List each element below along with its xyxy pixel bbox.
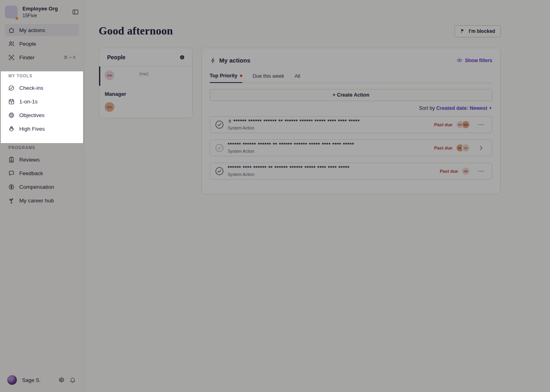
org-header: ★ Employee Org 15Five [5,6,79,18]
programs-section: PROGRAMS Reviews Feedback Compensation [5,145,79,208]
chevron-right-icon[interactable] [478,145,484,151]
avatar[interactable]: MS [105,102,114,112]
tab-top-priority[interactable]: Top Priority [210,73,242,83]
action-subtitle: System Action [228,149,354,154]
sidebar-item-label: People [19,41,36,47]
people-card-title: People [107,54,126,61]
chevron-down-icon: ▼ [489,106,492,110]
manager-label: Manager [105,91,187,97]
status-badge: Past due [440,169,458,174]
action-row[interactable]: ****** ****** ****** ** ****** ****** **… [210,116,493,133]
create-action-button[interactable]: + Create Action [210,89,493,101]
notifications-bell-icon[interactable] [69,377,76,383]
page-header: Good afternoon I'm blocked [99,0,501,37]
sidebar-item-objectives[interactable]: Objectives [5,109,79,121]
people-row-me[interactable]: KR (me) [99,67,192,86]
org-name: Employee Org [22,6,72,12]
high-fives-hand-icon [8,125,15,132]
sidebar-item-label: Compensation [19,184,54,190]
section-label-my-tools: MY TOOLS [8,74,79,79]
action-title: ****** **** ****** ** ****** ****** ****… [228,166,350,170]
status-badge: Past due [434,145,453,150]
sidebar-item-high-fives[interactable]: High Fives [5,123,79,135]
priority-dot [240,75,242,77]
primary-nav: My actions People Finder ⌘ + K [5,24,79,65]
main-content: Good afternoon I'm blocked People [84,0,550,392]
sidebar-item-1-on-1s[interactable]: 1-on-1s [5,95,79,107]
my-actions-card: My actions Show filters Top Priority [201,48,501,194]
show-filters-label: Show filters [465,58,492,63]
lock-icon [228,119,232,123]
complete-checkbox-icon[interactable] [215,143,224,153]
more-options-icon[interactable] [477,121,485,128]
sidebar-item-label: High Fives [19,126,45,132]
people-icon [8,40,15,47]
sort-control: Sort by Created date: Newest ▼ [210,105,493,111]
more-options-icon[interactable] [477,168,485,175]
sidebar-item-my-career-hub[interactable]: My career hub [5,194,79,206]
user-name: Sage S. [22,377,58,383]
status-badge: Past due [434,122,453,127]
avatar: MS [462,121,469,128]
section-label-programs: PROGRAMS [8,145,79,150]
lightning-bolt-icon [210,57,216,64]
sidebar-item-label: Finder [19,55,35,61]
finder-shortcut: ⌘ + K [63,55,76,60]
check-ins-icon [8,85,15,91]
user-menu[interactable]: Sage S. [5,373,79,389]
sidebar-item-label: My actions [19,27,45,33]
objectives-target-icon [8,112,15,119]
user-avatar [7,375,17,385]
sidebar-item-label: 1-on-1s [19,99,38,105]
sidebar-item-my-actions[interactable]: My actions [5,24,79,36]
sort-value-dropdown[interactable]: Created date: Newest [436,105,487,111]
show-filters-button[interactable]: Show filters [457,57,492,63]
info-icon[interactable] [179,55,185,60]
avatar: KR [462,168,469,175]
manager-section: Manager MS [99,86,192,118]
tab-due-this-week[interactable]: Due this week [253,73,284,83]
finder-icon [8,54,15,61]
tab-all[interactable]: All [294,73,300,83]
compensation-dollar-icon [8,184,15,190]
me-label: (me) [139,71,148,76]
action-title: ****** ****** ****** ** ****** ****** **… [228,143,354,147]
my-tools-spotlight: MY TOOLS Check-ins 1-on-1s Objectives [1,71,83,143]
action-subtitle: System Action [228,172,350,177]
sidebar-item-finder[interactable]: Finder ⌘ + K [5,51,79,63]
eye-icon [457,57,463,63]
action-title: ****** ****** ****** ** ****** ****** **… [233,119,360,123]
sidebar-item-label: My career hub [19,198,54,204]
im-blocked-button[interactable]: I'm blocked [455,25,501,37]
sidebar-item-label: Check-ins [19,85,43,91]
sidebar-item-people[interactable]: People [5,38,79,50]
feedback-bubble-icon [8,170,15,177]
sidebar: ★ Employee Org 15Five My actions P [0,0,84,392]
collapse-sidebar-icon[interactable] [72,8,79,16]
avatar: JC [462,144,469,152]
sidebar-item-check-ins[interactable]: Check-ins [5,82,79,94]
sidebar-item-feedback[interactable]: Feedback [5,167,79,179]
im-blocked-label: I'm blocked [469,28,495,34]
action-subtitle: System Action [228,125,360,130]
sidebar-item-label: Reviews [19,157,40,163]
action-row[interactable]: ****** ****** ****** ** ****** ****** **… [210,139,493,156]
action-row[interactable]: ****** **** ****** ** ****** ****** ****… [210,163,493,180]
avatar: KR [105,71,114,80]
sidebar-item-label: Objectives [19,112,45,118]
settings-gear-icon[interactable] [58,377,65,383]
complete-checkbox-icon[interactable] [215,120,224,129]
app-root: ★ Employee Org 15Five My actions P [0,0,550,392]
sidebar-item-reviews[interactable]: Reviews [5,154,79,166]
complete-checkbox-icon[interactable] [215,166,224,176]
actions-list: ****** ****** ****** ** ****** ****** **… [210,116,493,180]
org-product: 15Five [22,13,72,18]
my-actions-title: My actions [219,57,251,64]
career-hub-sprout-icon [8,197,15,204]
sidebar-item-label: Feedback [19,170,43,176]
home-icon [8,27,15,34]
org-avatar: ★ [5,6,18,18]
page-title: Good afternoon [99,25,173,37]
sidebar-item-compensation[interactable]: Compensation [5,181,79,193]
reviews-clipboard-icon [8,156,15,163]
